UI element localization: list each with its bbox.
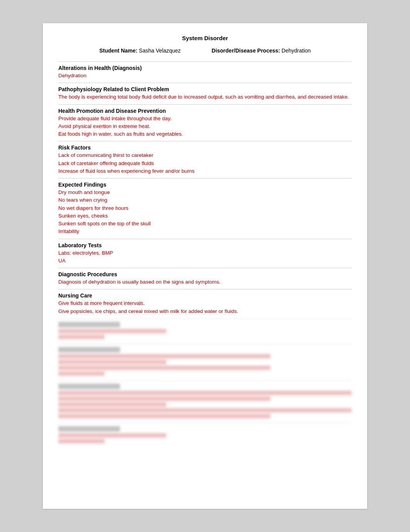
list-item: Increase of fluid loss when experiencing… xyxy=(58,167,352,175)
list-item: Eat foods high in water, such as fruits … xyxy=(58,130,352,138)
section-content-pathophysiology: The body is experiencing total body flui… xyxy=(58,93,352,101)
page-title: System Disorder xyxy=(58,35,352,41)
section-pathophysiology: Pathophysiology Related to Client Proble… xyxy=(58,83,352,104)
section-diagnostic-procedures: Diagnostic Procedures Diagnosis of dehyd… xyxy=(58,268,352,289)
section-health-promotion: Health Promotion and Disease Prevention … xyxy=(58,104,352,141)
section-content-diagnostic-procedures: Diagnosis of dehydration is usually base… xyxy=(58,278,352,286)
section-heading-alterations: Alterations in Health (Diagnosis) xyxy=(58,65,352,71)
blurred-heading-2 xyxy=(58,347,120,352)
student-info-row: Student Name: Sasha Velazquez Disorder/D… xyxy=(58,48,352,54)
blurred-section-3 xyxy=(58,380,352,423)
section-laboratory-tests: Laboratory Tests Labs: electrolytes, BMP… xyxy=(58,239,352,268)
section-risk-factors: Risk Factors Lack of communicating thirs… xyxy=(58,141,352,178)
list-item: Lack of caretaker offering adequate flui… xyxy=(58,160,352,167)
list-item: Give popsicles, ice chips, and cereal mi… xyxy=(58,308,352,315)
section-heading-risk-factors: Risk Factors xyxy=(58,144,352,151)
blurred-section-2 xyxy=(58,343,352,380)
list-item: Sunken eyes, cheeks xyxy=(58,212,352,220)
list-item: No wet diapers for three hours xyxy=(58,204,352,212)
section-content-laboratory-tests: Labs: electrolytes, BMP UA xyxy=(58,249,352,265)
list-item: Avoid physical exertion in extreme heat. xyxy=(58,122,352,130)
disorder-label: Disorder/Disease Process: xyxy=(212,48,280,54)
list-item: UA xyxy=(58,257,352,265)
section-heading-pathophysiology: Pathophysiology Related to Client Proble… xyxy=(58,86,352,92)
list-item: Labs: electrolytes, BMP xyxy=(58,249,352,257)
blurred-heading-3 xyxy=(58,384,120,389)
section-alterations: Alterations in Health (Diagnosis) Dehydr… xyxy=(58,61,352,83)
student-name-label: Student Name: xyxy=(99,48,137,54)
list-item: The body is experiencing total body flui… xyxy=(58,93,352,101)
section-expected-findings: Expected Findings Dry mouth and tongue N… xyxy=(58,178,352,239)
list-item: Sunken soft spots on the top of the skul… xyxy=(58,220,352,228)
section-heading-expected-findings: Expected Findings xyxy=(58,182,352,188)
list-item: Dehydration xyxy=(58,72,352,80)
student-name-block: Student Name: Sasha Velazquez xyxy=(99,48,181,54)
list-item: Provide adequate fluid intake throughout… xyxy=(58,115,352,122)
section-content-alterations: Dehydration xyxy=(58,72,352,80)
list-item: Diagnosis of dehydration is usually base… xyxy=(58,278,352,286)
section-content-expected-findings: Dry mouth and tongue No tears when cryin… xyxy=(58,189,352,236)
blurred-heading-4 xyxy=(58,426,120,432)
section-content-nursing-care: Give fluids at more frequent intervals. … xyxy=(58,299,352,315)
list-item: No tears when crying xyxy=(58,196,352,204)
section-content-risk-factors: Lack of communicating thirst to caretake… xyxy=(58,151,352,175)
section-nursing-care: Nursing Care Give fluids at more frequen… xyxy=(58,289,352,318)
section-content-health-promotion: Provide adequate fluid intake throughout… xyxy=(58,115,352,138)
list-item: Give fluids at more frequent intervals. xyxy=(58,299,352,307)
section-heading-laboratory-tests: Laboratory Tests xyxy=(58,242,352,248)
blurred-section-4 xyxy=(58,423,352,448)
page-container: System Disorder Student Name: Sasha Vela… xyxy=(43,23,367,509)
list-item: Dry mouth and tongue xyxy=(58,189,352,196)
list-item: Lack of communicating thirst to caretake… xyxy=(58,151,352,159)
section-heading-diagnostic-procedures: Diagnostic Procedures xyxy=(58,271,352,277)
blurred-section-1 xyxy=(58,318,352,343)
list-item: Irritability xyxy=(58,228,352,235)
disorder-block: Disorder/Disease Process: Dehydration xyxy=(212,48,311,54)
section-heading-health-promotion: Health Promotion and Disease Prevention xyxy=(58,108,352,114)
blurred-heading-1 xyxy=(58,322,120,327)
section-heading-nursing-care: Nursing Care xyxy=(58,292,352,299)
student-name-value: Sasha Velazquez xyxy=(139,48,181,54)
disorder-value: Dehydration xyxy=(281,48,311,54)
